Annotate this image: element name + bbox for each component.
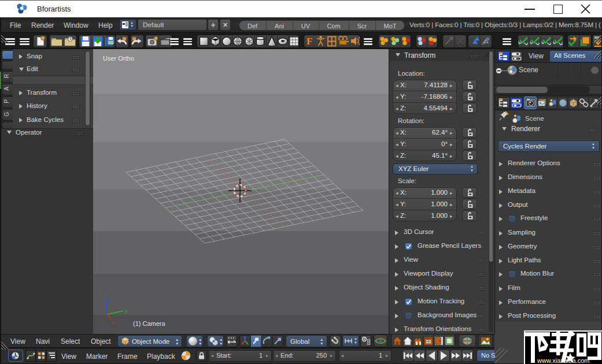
svg-text:F: F [306,36,312,47]
svg-text:x: x [112,320,115,325]
svg-text:y: y [125,308,128,314]
svg-text:z: z [105,291,108,297]
svg-text:www.xiazaiba.com: www.xiazaiba.com [537,357,589,364]
